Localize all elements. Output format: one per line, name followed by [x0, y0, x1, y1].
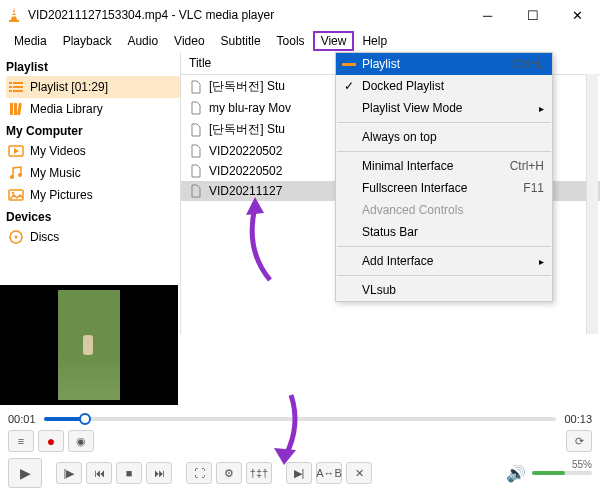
- sidebar-heading-devices: Devices: [6, 210, 180, 224]
- sidebar-item-label: My Videos: [30, 144, 86, 158]
- time-total: 00:13: [564, 413, 592, 425]
- dd-item-playlist[interactable]: PlaylistCtrl+L: [336, 53, 552, 75]
- annotation-arrow-up: [230, 195, 290, 285]
- pictures-icon: [8, 187, 24, 203]
- disc-icon: [8, 229, 24, 245]
- svg-rect-2: [12, 15, 17, 17]
- svg-rect-10: [10, 103, 13, 115]
- document-icon: [189, 123, 203, 137]
- dd-item-playlist-view-mode[interactable]: Playlist View Mode: [336, 97, 552, 119]
- maximize-button[interactable]: ☐: [510, 0, 555, 30]
- step-back-button[interactable]: |▶: [56, 462, 82, 484]
- svg-marker-0: [11, 8, 17, 20]
- sidebar-item-discs[interactable]: Discs: [6, 226, 180, 248]
- sidebar-item-label: Playlist [01:29]: [30, 80, 108, 94]
- menu-tools[interactable]: Tools: [269, 31, 313, 51]
- extended-settings-button[interactable]: ⚙: [216, 462, 242, 484]
- svg-rect-9: [13, 90, 23, 92]
- menu-help[interactable]: Help: [354, 31, 395, 51]
- menu-subtitle[interactable]: Subtitle: [213, 31, 269, 51]
- svg-rect-8: [9, 90, 12, 92]
- video-thumbnail: [58, 290, 120, 400]
- videos-icon: [8, 143, 24, 159]
- sidebar-item-label: Discs: [30, 230, 59, 244]
- volume-control: 🔊 55%: [506, 464, 592, 483]
- time-current: 00:01: [8, 413, 36, 425]
- dd-item-always-on-top[interactable]: Always on top: [336, 126, 552, 148]
- scrollbar[interactable]: [586, 74, 598, 334]
- svg-marker-22: [274, 448, 296, 465]
- svg-rect-4: [9, 82, 12, 84]
- menu-media[interactable]: Media: [6, 31, 55, 51]
- sidebar-item-media-library[interactable]: Media Library: [6, 98, 180, 120]
- svg-marker-14: [14, 148, 19, 154]
- dd-separator: [337, 151, 551, 152]
- svg-point-18: [12, 192, 15, 195]
- seek-knob[interactable]: [79, 413, 91, 425]
- view-dropdown: PlaylistCtrl+L Docked Playlist Playlist …: [335, 52, 553, 302]
- document-icon: [189, 101, 203, 115]
- svg-rect-12: [17, 103, 22, 115]
- record-button[interactable]: ●: [38, 430, 64, 452]
- dd-item-fullscreen-interface[interactable]: Fullscreen InterfaceF11: [336, 177, 552, 199]
- snapshot-button[interactable]: ◉: [68, 430, 94, 452]
- dd-separator: [337, 275, 551, 276]
- dd-item-advanced-controls: Advanced Controls: [336, 199, 552, 221]
- sidebar-heading-my-computer: My Computer: [6, 124, 180, 138]
- sidebar-item-playlist[interactable]: Playlist [01:29]: [6, 76, 180, 98]
- play-button[interactable]: ▶: [8, 458, 42, 488]
- playlist-toggle-button[interactable]: ≡: [8, 430, 34, 452]
- shuffle-button[interactable]: ✕: [346, 462, 372, 484]
- stop-button[interactable]: ■: [116, 462, 142, 484]
- annotation-arrow-down: [266, 390, 316, 470]
- volume-fill: [532, 471, 565, 475]
- playlist-icon: [8, 79, 24, 95]
- volume-label: 55%: [572, 459, 592, 470]
- menu-video[interactable]: Video: [166, 31, 212, 51]
- close-button[interactable]: ✕: [555, 0, 600, 30]
- dd-item-add-interface[interactable]: Add Interface: [336, 250, 552, 272]
- menu-audio[interactable]: Audio: [119, 31, 166, 51]
- dd-item-status-bar[interactable]: Status Bar: [336, 221, 552, 243]
- dd-item-docked-playlist[interactable]: Docked Playlist: [336, 75, 552, 97]
- menu-view[interactable]: View: [313, 31, 355, 51]
- dd-separator: [337, 122, 551, 123]
- sidebar-item-my-videos[interactable]: My Videos: [6, 140, 180, 162]
- svg-point-15: [10, 175, 14, 179]
- svg-rect-6: [9, 86, 12, 88]
- sidebar-item-label: My Pictures: [30, 188, 93, 202]
- sidebar-item-my-music[interactable]: My Music: [6, 162, 180, 184]
- dd-item-minimal-interface[interactable]: Minimal InterfaceCtrl+H: [336, 155, 552, 177]
- document-icon: [189, 164, 203, 178]
- vlc-cone-icon: [6, 7, 22, 23]
- svg-point-16: [18, 173, 22, 177]
- svg-rect-5: [13, 82, 23, 84]
- dd-item-vlsub[interactable]: VLsub: [336, 279, 552, 301]
- title-bar: VID20211127153304.mp4 - VLC media player…: [0, 0, 600, 30]
- menu-playback[interactable]: Playback: [55, 31, 120, 51]
- svg-point-20: [15, 236, 18, 239]
- loop-button[interactable]: ⟳: [566, 430, 592, 452]
- svg-rect-7: [13, 86, 23, 88]
- dd-separator: [337, 246, 551, 247]
- sidebar-item-label: Media Library: [30, 102, 103, 116]
- next-button[interactable]: ⏭: [146, 462, 172, 484]
- speaker-icon[interactable]: 🔊: [506, 464, 526, 483]
- svg-rect-3: [9, 20, 19, 22]
- document-icon: [189, 144, 203, 158]
- media-library-icon: [8, 101, 24, 117]
- video-preview[interactable]: [0, 285, 178, 405]
- sidebar-item-my-pictures[interactable]: My Pictures: [6, 184, 180, 206]
- document-icon: [189, 184, 203, 198]
- minimize-button[interactable]: ─: [465, 0, 510, 30]
- window-title: VID20211127153304.mp4 - VLC media player: [28, 8, 465, 22]
- ab-loop-button[interactable]: A↔B: [316, 462, 342, 484]
- fullscreen-button[interactable]: ⛶: [186, 462, 212, 484]
- volume-track[interactable]: [532, 471, 592, 475]
- svg-rect-1: [12, 12, 16, 14]
- previous-button[interactable]: ⏮: [86, 462, 112, 484]
- svg-rect-11: [14, 103, 17, 115]
- document-icon: [189, 80, 203, 94]
- menu-bar: Media Playback Audio Video Subtitle Tool…: [0, 30, 600, 52]
- svg-marker-21: [246, 197, 264, 215]
